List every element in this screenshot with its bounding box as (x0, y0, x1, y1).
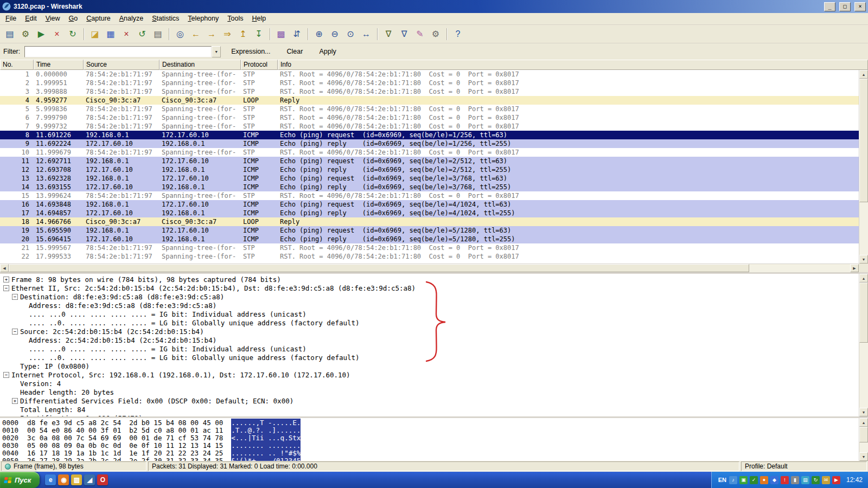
network-tray-icon[interactable]: ▣ (739, 476, 748, 484)
menu-item-go[interactable]: Go (65, 13, 82, 24)
volume-tray-icon[interactable]: ♪ (729, 476, 737, 484)
detail-line[interactable]: Address: 2c:54:2d:b0:15:b4 (2c:54:2d:b0:… (0, 336, 859, 344)
scroll-up-icon[interactable]: ▲ (859, 70, 868, 79)
packet-row[interactable]: 55.99983678:54:2e:b1:71:97Spanning-tree-… (0, 105, 859, 113)
minimize-button[interactable]: _ (824, 2, 835, 11)
usb-tray-icon[interactable]: ▮ (791, 476, 799, 484)
packet-row[interactable]: 1011.99967978:54:2e:b1:71:97Spanning-tre… (0, 148, 859, 157)
coloring-rules-button[interactable]: ✎ (412, 27, 427, 41)
expander-plus-icon[interactable]: + (3, 277, 9, 282)
detail-line[interactable]: Address: d8:fe:e3:9d:c5:a8 (d8:fe:e3:9d:… (0, 301, 859, 310)
scroll-down-icon[interactable]: ▼ (859, 408, 868, 416)
antivirus-tray-icon[interactable]: ✓ (750, 476, 758, 484)
column-header-source[interactable]: Source (84, 60, 159, 70)
detail-line[interactable]: Header length: 20 bytes (0, 388, 859, 396)
packet-row[interactable]: 2015.696415172.17.60.10192.168.0.1ICMPEc… (0, 235, 859, 243)
capture-options-button[interactable]: ⚙ (18, 27, 33, 41)
firefox-icon[interactable]: ◉ (58, 474, 69, 485)
detail-line[interactable]: +Differentiated Services Field: 0x00 (DS… (0, 396, 859, 405)
open-file-button[interactable]: ◪ (87, 27, 103, 41)
expert-info-icon[interactable] (5, 464, 11, 470)
hex-row[interactable]: 005026 27 28 29 2a 2b 2c 2d2e 2f 30 31 3… (2, 457, 859, 461)
zoom-out-button[interactable]: ⊖ (327, 27, 342, 41)
preferences-button[interactable]: ⚙ (428, 27, 443, 41)
menu-item-statistics[interactable]: Statistics (148, 13, 183, 24)
detail-line[interactable]: Version: 4 (0, 379, 859, 388)
messenger-tray-icon[interactable]: ● (760, 476, 768, 484)
packet-row[interactable]: 33.99988878:54:2e:b1:71:97Spanning-tree-… (0, 87, 859, 96)
packet-row[interactable]: 2115.99956778:54:2e:b1:71:97Spanning-tre… (0, 243, 859, 252)
menu-item-tools[interactable]: Tools (223, 13, 247, 24)
detail-line[interactable]: −Destination: d8:fe:e3:9d:c5:a8 (d8:fe:e… (0, 292, 859, 301)
detail-line[interactable]: Total Length: 84 (0, 405, 859, 414)
go-to-top-button[interactable]: ↥ (235, 27, 251, 41)
menu-item-capture[interactable]: Capture (82, 13, 114, 24)
hex-row[interactable]: 0000d8 fe e3 9d c5 a8 2c 542d b0 15 b4 0… (2, 419, 859, 427)
sync-tray-icon[interactable]: ↻ (812, 476, 820, 484)
display-filters-button[interactable]: ∇ (397, 27, 412, 41)
detail-line[interactable]: Identification: 0xe086 (57478) (0, 414, 859, 416)
menu-item-edit[interactable]: Edit (21, 13, 41, 24)
wireshark-icon[interactable]: ◢ (84, 474, 95, 485)
expression-button[interactable]: Expression... (225, 46, 276, 57)
hex-row[interactable]: 004016 17 18 19 1a 1b 1c 1d1e 1f 20 21 2… (2, 450, 859, 457)
packet-row[interactable]: 79.99973278:54:2e:b1:71:97Spanning-tree-… (0, 122, 859, 131)
packet-row[interactable]: 44.959277Cisco_90:3c:a7Cisco_90:3c:a7LOO… (0, 96, 859, 105)
save-file-button[interactable]: ▦ (103, 27, 118, 41)
scroll-down-icon[interactable]: ▼ (859, 452, 868, 461)
filter-input[interactable] (24, 46, 212, 57)
detail-line[interactable]: .... ...0 .... .... .... .... = IG bit: … (0, 310, 859, 318)
packet-row[interactable]: 811.691226192.168.0.1172.17.60.10ICMPEch… (0, 131, 859, 139)
zoom-in-button[interactable]: ⊕ (311, 27, 327, 41)
folder-explorer-icon[interactable]: ▨ (71, 474, 82, 485)
packet-list-hscrollbar[interactable]: ◀ ▶ (0, 264, 859, 272)
scrollbar-thumb[interactable] (859, 282, 868, 343)
print-button[interactable]: ▤ (150, 27, 165, 41)
packet-list-vscrollbar[interactable]: ▲ ▼ (859, 70, 868, 264)
go-back-button[interactable]: ← (188, 27, 203, 41)
scrollbar-track[interactable] (859, 79, 868, 255)
go-to-packet-button[interactable]: ⇒ (220, 27, 235, 41)
column-header-protocol[interactable]: Protocol (241, 60, 278, 70)
find-packet-button[interactable]: ◎ (173, 27, 188, 41)
expander-minus-icon[interactable]: − (12, 294, 18, 300)
auto-scroll-button[interactable]: ⇵ (289, 27, 304, 41)
packet-row[interactable]: 1915.695590192.168.0.1172.17.60.10ICMPEc… (0, 226, 859, 235)
filter-dropdown-button[interactable]: ▼ (212, 46, 221, 57)
detail-line[interactable]: −Internet Protocol, Src: 192.168.0.1 (19… (0, 370, 859, 379)
expander-minus-icon[interactable]: − (3, 372, 9, 378)
packet-row[interactable]: 911.692224172.17.60.10192.168.0.1ICMPEch… (0, 139, 859, 148)
hex-row[interactable]: 00203c 0a 08 00 7c 54 69 6900 01 de 71 c… (2, 434, 859, 442)
detail-line[interactable]: −Ethernet II, Src: 2c:54:2d:b0:15:b4 (2c… (0, 284, 859, 292)
go-to-bottom-button[interactable]: ↧ (251, 27, 266, 41)
packet-row[interactable]: 1112.692711192.168.0.1172.17.60.10ICMPEc… (0, 157, 859, 165)
alert-tray-icon[interactable]: ! (781, 476, 789, 484)
expander-minus-icon[interactable]: − (12, 329, 18, 335)
capture-filters-button[interactable]: ∇ (381, 27, 396, 41)
list-interfaces-button[interactable]: ▤ (2, 27, 17, 41)
update-tray-icon[interactable]: ◆ (770, 476, 778, 484)
column-header-info[interactable]: Info (278, 60, 868, 70)
hex-row[interactable]: 001000 54 e0 86 40 00 3f 01b2 5d c0 a8 0… (2, 427, 859, 434)
reload-file-button[interactable]: ↺ (135, 27, 150, 41)
capture-start-button[interactable]: ▶ (34, 27, 49, 41)
apply-button[interactable]: Apply (313, 46, 342, 57)
mail-tray-icon[interactable]: ✉ (822, 476, 830, 484)
start-button[interactable]: Пуск (0, 472, 40, 488)
packet-row[interactable]: 1212.693708172.17.60.10192.168.0.1ICMPEc… (0, 165, 859, 174)
monitor-tray-icon[interactable]: ▤ (801, 476, 809, 484)
clear-button[interactable]: Clear (281, 46, 309, 57)
internet-explorer-icon[interactable]: e (45, 474, 56, 485)
scrollbar-track[interactable] (859, 427, 868, 452)
scrollbar-track[interactable] (9, 264, 850, 272)
colorize-button[interactable]: ▩ (273, 27, 289, 41)
menu-item-file[interactable]: File (1, 13, 21, 24)
scrollbar-thumb[interactable] (859, 427, 868, 442)
scrollbar-thumb[interactable] (9, 264, 749, 272)
column-header-time[interactable]: Time (34, 60, 84, 70)
packet-row[interactable]: 10.00000078:54:2e:b1:71:97Spanning-tree-… (0, 70, 859, 79)
detail-line[interactable]: −Source: 2c:54:2d:b0:15:b4 (2c:54:2d:b0:… (0, 327, 859, 336)
close-file-button[interactable]: × (119, 27, 134, 41)
column-header-no[interactable]: No. (0, 60, 34, 70)
menu-item-view[interactable]: View (41, 13, 65, 24)
